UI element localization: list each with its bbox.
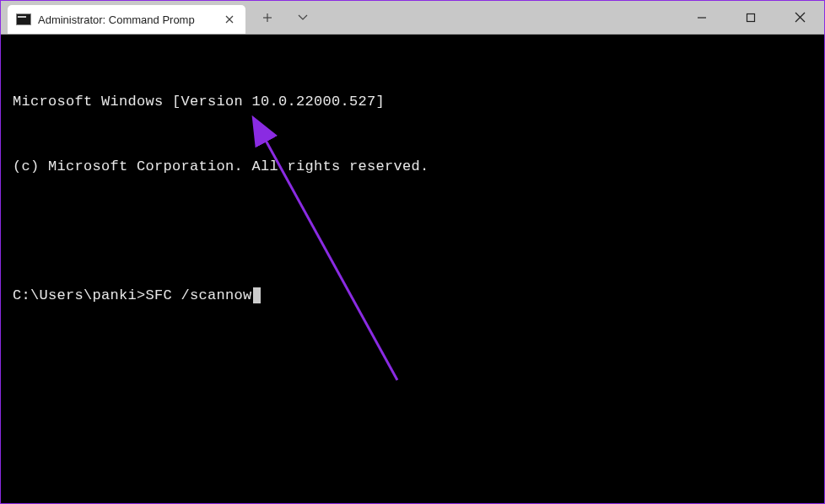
close-window-button[interactable] [775, 1, 824, 34]
terminal-area[interactable]: Microsoft Windows [Version 10.0.22000.52… [1, 35, 824, 341]
tab-title: Administrator: Command Promp [38, 13, 217, 26]
terminal-prompt-line: C:\Users\panki>SFC /scannow [13, 285, 812, 307]
terminal-tab[interactable]: Administrator: Command Promp [8, 5, 245, 34]
window-controls [677, 1, 824, 34]
terminal-blank-line [13, 220, 812, 242]
terminal-output-line: Microsoft Windows [Version 10.0.22000.52… [13, 91, 812, 113]
svg-rect-5 [747, 13, 755, 21]
terminal-command: SFC /scannow [146, 287, 252, 303]
close-tab-button[interactable] [220, 10, 239, 29]
tab-dropdown-button[interactable] [293, 8, 313, 28]
terminal-output-line: (c) Microsoft Corporation. All rights re… [13, 156, 812, 178]
titlebar: Administrator: Command Promp [1, 1, 824, 35]
new-tab-button[interactable] [257, 8, 278, 28]
terminal-prompt: C:\Users\panki> [13, 287, 146, 303]
terminal-cursor [253, 287, 261, 303]
maximize-button[interactable] [726, 1, 775, 34]
cmd-icon [16, 13, 31, 25]
tab-actions [257, 1, 313, 34]
minimize-button[interactable] [677, 1, 726, 34]
